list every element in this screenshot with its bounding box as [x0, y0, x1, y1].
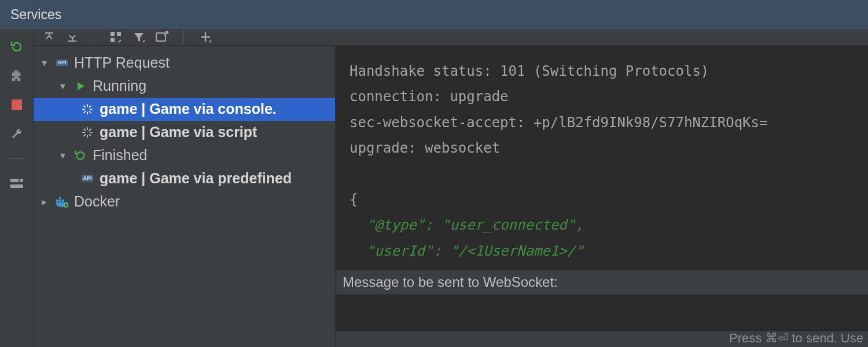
svg-rect-7	[156, 33, 165, 41]
tree-label: Finished	[93, 147, 148, 164]
tree-item-game-predefined[interactable]: API game | Game via predefined	[34, 167, 335, 190]
tree-node-docker[interactable]: ▸ Docker	[34, 190, 335, 213]
svg-line-15	[90, 106, 91, 107]
svg-rect-0	[12, 99, 22, 110]
svg-line-13	[90, 111, 91, 112]
chevron-down-icon[interactable]: ▾	[60, 149, 68, 162]
spinner-icon	[80, 102, 95, 117]
tree-item-game-script[interactable]: game | Game via script	[34, 121, 335, 144]
spinner-icon	[80, 125, 95, 140]
svg-line-20	[84, 129, 85, 130]
open-tab-icon[interactable]	[155, 29, 170, 45]
panel-title: Services	[0, 0, 868, 29]
svg-rect-1	[10, 179, 19, 182]
content-area: ▾ API HTTP Request ▾ Running game | Game…	[34, 29, 868, 347]
svg-rect-25	[59, 200, 61, 202]
layout-icon[interactable]	[9, 176, 24, 191]
services-tree[interactable]: ▾ API HTTP Request ▾ Running game | Game…	[34, 46, 336, 347]
filter-icon[interactable]	[131, 29, 146, 45]
message-input-label-text: Message to be sent to WebSocket:	[343, 274, 558, 290]
stop-icon[interactable]	[9, 97, 24, 112]
console-line: connection: upgrade	[350, 88, 509, 105]
svg-rect-6	[111, 38, 115, 42]
tree-label: Docker	[74, 193, 120, 210]
tree-label: Running	[93, 77, 146, 94]
tree-item-label: game | Game via script	[100, 124, 257, 141]
svg-line-22	[84, 134, 85, 135]
tree-node-running[interactable]: ▾ Running	[34, 75, 335, 98]
send-hint: Press ⌘⏎ to send. Use	[336, 331, 868, 347]
split-pane: ▾ API HTTP Request ▾ Running game | Game…	[34, 46, 868, 347]
rerun-icon[interactable]	[9, 39, 24, 54]
svg-line-23	[90, 129, 91, 130]
svg-line-14	[84, 111, 85, 112]
message-input[interactable]	[336, 295, 868, 331]
svg-line-21	[90, 134, 91, 135]
svg-rect-24	[56, 200, 58, 202]
plugin-icon[interactable]	[9, 68, 24, 83]
group-icon[interactable]	[108, 29, 123, 45]
toolbar-separator	[94, 29, 94, 45]
console-output[interactable]: Handshake status: 101 (Switching Protoco…	[336, 46, 868, 270]
console-line: sec-websocket-accept: +p/lB2fd9INk98/S77…	[350, 115, 767, 131]
console-json-line: "userId": "/<1UserName1>/"	[350, 243, 584, 259]
tree-item-label: game | Game via console.	[100, 101, 277, 117]
expand-all-icon[interactable]	[42, 29, 57, 45]
tree-toolbar	[34, 29, 868, 46]
svg-rect-4	[111, 32, 115, 36]
console-json-line: {	[350, 191, 358, 208]
api-icon: API	[54, 56, 69, 71]
tree-node-finished[interactable]: ▾ Finished	[34, 144, 335, 167]
panel-title-text: Services	[10, 7, 61, 23]
rerun-green-icon	[73, 148, 88, 163]
docker-icon	[54, 194, 69, 209]
svg-rect-26	[62, 200, 64, 202]
play-icon	[73, 79, 88, 94]
toolbar-separator	[183, 29, 184, 45]
svg-line-12	[84, 106, 85, 107]
svg-rect-2	[20, 179, 23, 182]
left-gutter	[0, 29, 34, 347]
tree-label: HTTP Request	[74, 54, 170, 71]
wrench-icon[interactable]	[9, 126, 24, 141]
tree-item-label: game | Game via predefined	[100, 170, 292, 187]
console-line: upgrade: websocket	[350, 140, 500, 156]
console-json-line: "@type": "user_connected",	[350, 217, 584, 233]
send-hint-text: Press ⌘⏎ to send. Use	[729, 331, 863, 345]
collapse-all-icon[interactable]	[65, 29, 80, 45]
right-pane: Handshake status: 101 (Switching Protoco…	[336, 46, 868, 347]
add-icon[interactable]	[198, 29, 213, 45]
chevron-down-icon[interactable]: ▾	[42, 57, 50, 69]
panel-body: ▾ API HTTP Request ▾ Running game | Game…	[0, 29, 868, 347]
message-input-label: Message to be sent to WebSocket:	[336, 270, 868, 295]
svg-rect-27	[59, 197, 61, 199]
api-icon: API	[80, 171, 95, 186]
tree-item-game-console[interactable]: game | Game via console.	[34, 98, 335, 121]
svg-rect-5	[117, 32, 121, 36]
tree-node-http-request[interactable]: ▾ API HTTP Request	[34, 51, 335, 75]
console-line: Handshake status: 101 (Switching Protoco…	[350, 63, 709, 79]
gutter-separator	[9, 158, 25, 159]
chevron-right-icon[interactable]: ▸	[42, 195, 50, 208]
chevron-down-icon[interactable]: ▾	[60, 80, 68, 93]
svg-rect-3	[10, 184, 23, 188]
